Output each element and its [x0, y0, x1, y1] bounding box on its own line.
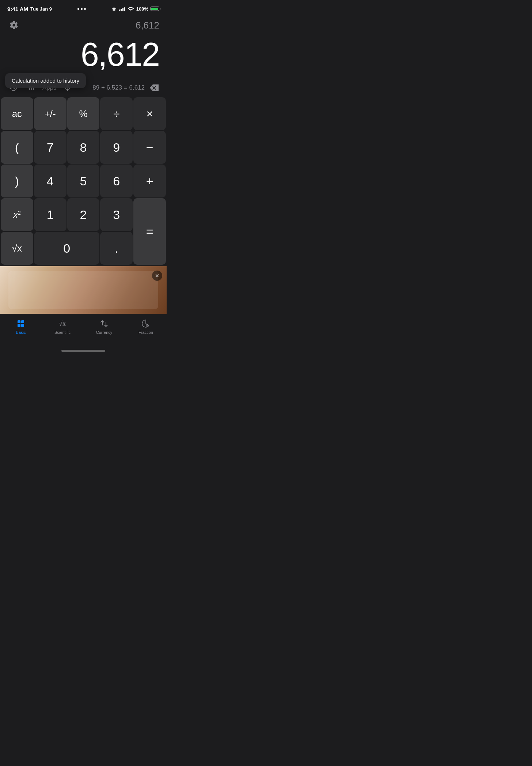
svg-rect-1	[21, 320, 24, 323]
arrows-icon	[100, 319, 109, 328]
wifi-icon	[128, 6, 134, 11]
nav-currency-label: Currency	[96, 330, 113, 335]
key-divide[interactable]: ÷	[100, 97, 133, 130]
nav-basic[interactable]: Basic	[0, 318, 42, 335]
key-5[interactable]: 5	[67, 165, 100, 197]
nav-scientific-label: Scientific	[54, 330, 71, 335]
toast-notification: Calculation added to history	[5, 73, 86, 88]
settings-button[interactable]	[7, 19, 20, 32]
signal-bar-1	[119, 10, 120, 11]
fraction-nav-icon	[141, 318, 151, 329]
status-date: Tue Jan 9	[30, 6, 52, 12]
status-center-dots	[77, 8, 86, 10]
dot2	[81, 8, 83, 10]
key-2[interactable]: 2	[67, 198, 100, 231]
keypad: ac +/- % ÷ × ( 7 8 9 − ) 4 5 6 + x2 1 2 …	[0, 97, 167, 265]
signal-bar-3	[122, 8, 123, 11]
key-ac[interactable]: ac	[1, 97, 33, 130]
grid-icon	[16, 319, 25, 328]
svg-rect-0	[18, 320, 20, 323]
signal-bar-2	[121, 9, 122, 11]
battery-icon	[151, 7, 159, 11]
key-0[interactable]: 0	[34, 232, 100, 265]
key-close-paren[interactable]: )	[1, 165, 33, 197]
bottom-nav: Basic √x Scientific Currency Fraction	[0, 314, 167, 344]
key-9[interactable]: 9	[100, 131, 133, 164]
key-plus[interactable]: +	[133, 165, 166, 197]
keypad-row-3: ) 4 5 6 +	[1, 165, 166, 197]
key-xsquared[interactable]: x2	[1, 198, 33, 231]
dot1	[77, 8, 79, 10]
home-indicator	[0, 344, 167, 357]
toast-message: Calculation added to history	[12, 78, 79, 84]
expression-display: 89 + 6,523 = 6,612	[92, 83, 161, 93]
key-equals[interactable]: =	[133, 198, 166, 265]
signal-bar-4	[124, 7, 125, 11]
nav-fraction[interactable]: Fraction	[125, 318, 167, 335]
scientific-nav-icon: √x	[57, 318, 68, 329]
key-minus[interactable]: −	[133, 131, 166, 164]
status-bar: 9:41 AM Tue Jan 9 100%	[0, 0, 167, 16]
battery-fill	[151, 8, 158, 10]
svg-rect-2	[18, 324, 20, 327]
key-8[interactable]: 8	[67, 131, 100, 164]
keypad-row-1: ac +/- % ÷ ×	[1, 97, 166, 130]
sqrt-nav-icon: √x	[58, 319, 67, 328]
key-plusminus[interactable]: +/-	[34, 97, 66, 130]
main-display: 6,612	[0, 34, 167, 78]
status-time: 9:41 AM	[7, 6, 28, 12]
key-1[interactable]: 1	[34, 198, 66, 231]
nav-scientific[interactable]: √x Scientific	[42, 318, 83, 335]
backspace-button[interactable]	[148, 83, 161, 93]
key-percent[interactable]: %	[67, 97, 100, 130]
currency-nav-icon	[99, 318, 109, 329]
close-icon: ✕	[155, 273, 159, 279]
status-right: 100%	[111, 6, 159, 12]
key-decimal[interactable]: .	[100, 232, 133, 265]
key-7[interactable]: 7	[34, 131, 66, 164]
signal-bars	[119, 7, 125, 11]
dot3	[84, 8, 86, 10]
key-4[interactable]: 4	[34, 165, 66, 197]
svg-rect-3	[21, 324, 24, 327]
xsquared-label: x	[13, 209, 18, 220]
top-toolbar: 6,612	[0, 16, 167, 34]
basic-nav-icon	[16, 318, 26, 329]
nav-fraction-label: Fraction	[138, 330, 153, 335]
nav-basic-label: Basic	[16, 330, 26, 335]
ad-close-button[interactable]: ✕	[152, 271, 162, 281]
ad-banner: ✕	[0, 266, 167, 314]
pie-icon	[141, 319, 150, 328]
gear-icon	[10, 21, 18, 30]
home-bar	[61, 350, 105, 352]
backspace-icon	[149, 84, 159, 92]
nav-currency[interactable]: Currency	[83, 318, 125, 335]
location-icon	[111, 6, 117, 11]
keypad-row-2: ( 7 8 9 −	[1, 131, 166, 164]
key-6[interactable]: 6	[100, 165, 133, 197]
display-mini-value: 6,612	[136, 20, 159, 31]
key-multiply[interactable]: ×	[133, 97, 166, 130]
key-3[interactable]: 3	[100, 198, 133, 231]
svg-text:√x: √x	[59, 320, 66, 327]
key-sqrt[interactable]: √x	[1, 232, 33, 265]
key-open-paren[interactable]: (	[1, 131, 33, 164]
keypad-rows-4-5: x2 1 2 3 = √x 0 .	[1, 198, 166, 265]
main-result-value: 6,612	[81, 38, 159, 71]
battery-percent: 100%	[136, 6, 148, 12]
expression-text: 89 + 6,523 = 6,612	[92, 84, 145, 91]
